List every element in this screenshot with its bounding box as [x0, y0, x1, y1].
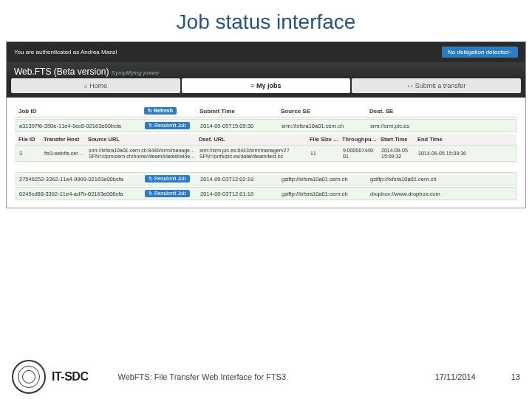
job-dest: srm://srm.pic.es: [370, 123, 513, 129]
tab-submit-label: Submit a transfer: [415, 82, 466, 89]
file-size: 11: [310, 151, 343, 156]
slide-title: Job status interface: [0, 0, 532, 41]
resubmit-button[interactable]: ↻ Resubmit Job: [145, 175, 190, 183]
col-dest-url: Dest. URL: [199, 136, 310, 143]
job-submit-time: 2014-09-05T15:09:30: [200, 123, 282, 129]
job-submit-time: 2014-09-03T12:01:18: [200, 191, 282, 197]
tab-home[interactable]: ⌂Home: [11, 78, 180, 93]
home-icon: ⌂: [83, 83, 87, 89]
file-start: 2014-09-05 15:09:32: [381, 148, 418, 159]
job-id: 0245cd88-3362-11e4-ad7b-02163e008cfa: [19, 191, 145, 197]
file-header-row: File ID Transfer Host Source URL Dest. U…: [16, 134, 516, 145]
refresh-button[interactable]: ↻ Refresh: [144, 107, 177, 115]
brand-bar: Web.FTS (Beta version) Symplifying power: [7, 62, 525, 78]
job-id: 27546252-3362-11e4-9909-02163e00bcfa: [19, 176, 145, 183]
file-end: 2014-09-05 15:09:36: [418, 151, 513, 157]
job-dest: dropbox://www.dropbox.com: [370, 191, 513, 197]
job-submit-time: 2014-09-03T12:02:18: [200, 176, 282, 183]
col-submit-time: Submit Time: [200, 108, 281, 115]
delegation-badge[interactable]: No delegation detected~: [442, 47, 518, 58]
job-src: gsiftp://lxfsra10a01.cern.ch: [282, 176, 370, 183]
tab-myjobs-label: My jobs: [256, 82, 282, 89]
tab-myjobs[interactable]: ≡My jobs: [182, 78, 351, 93]
code-icon: ‹ ›: [407, 83, 413, 89]
auth-bar: You are authenticated as Andrea Manzi No…: [7, 42, 525, 62]
slide-footer: IT-SDC WebFTS: File Transfer Web Interfa…: [0, 355, 532, 399]
job-header-row: Job ID ↻ Refresh Submit Time Source SE D…: [16, 105, 516, 117]
job-row[interactable]: a31397f6-350e-11e4-9cc8-02163e00bcfa ↻ R…: [16, 119, 516, 132]
col-throughput: Throughput (MB/s): [342, 136, 381, 143]
job-id: a31397f6-350e-11e4-9cc8-02163e00bcfa: [19, 123, 145, 129]
file-tput: 9.000007440 01: [343, 148, 381, 159]
col-file-id: File ID: [18, 136, 44, 143]
auth-text: You are authenticated as Andrea Manzi: [14, 49, 117, 55]
app-screenshot: You are authenticated as Andrea Manzi No…: [6, 41, 526, 208]
footer-date: 17/11/2014: [435, 372, 476, 381]
file-srcurl: srm://lxfsra10a01.cern.ch:8446/srm/manag…: [89, 148, 200, 159]
col-transfer-host: Transfer Host: [44, 136, 88, 143]
col-file-size: File Size (Bytes): [310, 136, 342, 143]
footer-page: 13: [511, 372, 520, 381]
job-dest: gsiftp://lxfsra10a01.cern.ch: [370, 176, 513, 183]
footer-unit: IT-SDC: [52, 370, 88, 383]
col-source-url: Source URL: [88, 136, 199, 143]
cern-logo-icon: [12, 360, 46, 394]
file-desturl: srm://srm.pic.es:8443/srm/managerv2?SFN=…: [200, 148, 310, 159]
resubmit-button[interactable]: ↻ Resubmit Job: [145, 190, 190, 197]
file-row[interactable]: 3 fts3-webfts.cern.ch srm://lxfsra10a01.…: [16, 145, 516, 162]
brand-name: Web.FTS (Beta version): [14, 66, 109, 77]
col-dest-se: Dest. SE: [369, 108, 514, 115]
tab-submit[interactable]: ‹ ›Submit a transfer: [352, 78, 521, 93]
footer-title: WebFTS: File Transfer Web Interface for …: [117, 372, 434, 381]
tab-bar: ⌂Home ≡My jobs ‹ ›Submit a transfer: [7, 78, 525, 98]
brand-tagline: Symplifying power: [112, 69, 160, 76]
col-end-time: End Time: [417, 136, 514, 143]
col-job-id: Job ID: [18, 108, 144, 115]
job-row[interactable]: 27546252-3362-11e4-9909-02163e00bcfa ↻ R…: [16, 172, 516, 185]
resubmit-button[interactable]: ↻ Resubmit Job: [145, 122, 190, 129]
job-src: srm://lxfsra10a01.cern.ch: [282, 123, 370, 129]
file-id: 3: [19, 151, 44, 156]
app-body: Job ID ↻ Refresh Submit Time Source SE D…: [7, 98, 525, 208]
list-icon: ≡: [250, 83, 254, 89]
col-start-time: Start Time: [381, 136, 417, 143]
tab-home-label: Home: [89, 82, 107, 89]
file-host: fts3-webfts.cern.ch: [44, 151, 89, 156]
job-src: gsiftp://lxfsra10a01.cern.ch: [282, 191, 370, 197]
col-source-se: Source SE: [281, 108, 369, 115]
job-row[interactable]: 0245cd88-3362-11e4-ad7b-02163e008cfa ↻ R…: [16, 187, 516, 200]
